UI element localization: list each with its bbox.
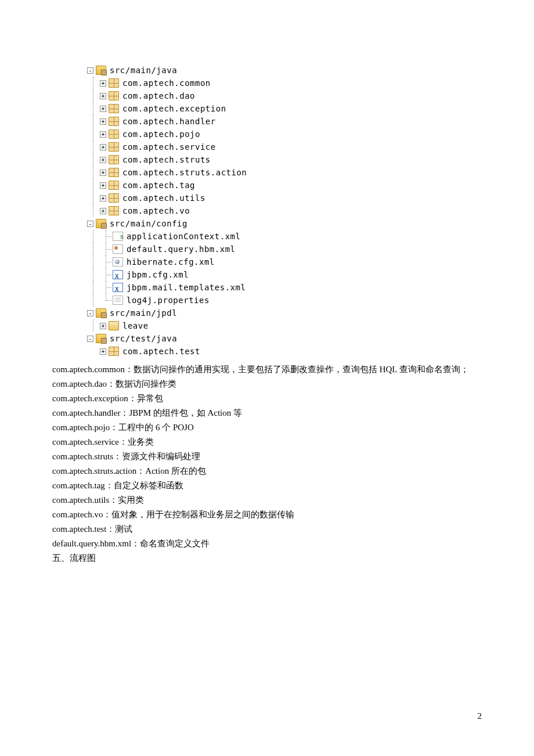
expand-icon[interactable]: + [100, 144, 106, 150]
tree-node-package[interactable]: +com.aptech.test [87, 345, 482, 358]
tree-node-file[interactable]: jbpm.cfg.xml [87, 268, 482, 281]
tree-label: src/main/java [110, 64, 177, 77]
package-icon [109, 347, 119, 356]
tree-node-package[interactable]: +com.aptech.pojo [87, 128, 482, 141]
expand-icon[interactable]: + [100, 195, 106, 201]
desc-line: com.aptech.struts.action：Action 所在的包 [52, 464, 482, 478]
tree-node-src-main-config[interactable]: - src/main/config [87, 217, 482, 230]
collapse-icon[interactable]: - [87, 67, 93, 74]
expand-icon[interactable]: + [100, 170, 106, 176]
tree-label: com.aptech.handler [122, 115, 216, 128]
package-icon [109, 104, 119, 113]
package-icon [109, 181, 119, 190]
tree-label: hibernate.cfg.xml [127, 255, 215, 268]
desc-line: com.aptech.vo：值对象，用于在控制器和业务层之间的数据传输 [52, 507, 482, 522]
tree-node-package[interactable]: +com.aptech.vo [87, 204, 482, 217]
tree-label: com.aptech.struts.action [122, 166, 247, 179]
source-folder-icon [96, 308, 106, 318]
expand-icon[interactable]: + [100, 93, 106, 99]
tree-label: com.aptech.service [122, 141, 216, 153]
tree-node-package[interactable]: +com.aptech.utils [87, 192, 482, 204]
tree-node-file[interactable]: jbpm.mail.templates.xml [87, 281, 482, 294]
collapse-icon[interactable]: - [87, 336, 93, 342]
package-icon [109, 78, 119, 88]
package-icon [109, 168, 119, 177]
hbm-xml-icon [113, 244, 123, 254]
tree-label: com.aptech.test [122, 345, 200, 358]
project-tree: - src/main/java +com.aptech.common +com.… [87, 64, 482, 358]
desc-line: com.aptech.common：数据访问操作的通用实现，主要包括了添删改查操… [52, 362, 482, 377]
tree-label: jbpm.cfg.xml [127, 268, 189, 281]
source-folder-icon [96, 219, 106, 228]
page-number: 2 [478, 711, 482, 721]
tree-node-package[interactable]: +com.aptech.common [87, 77, 482, 89]
source-folder-icon [96, 66, 106, 75]
collapse-icon[interactable]: - [87, 221, 93, 227]
desc-line: com.aptech.dao：数据访问操作类 [52, 377, 482, 391]
xml-file-icon [113, 283, 123, 292]
desc-line: com.aptech.exception：异常包 [52, 391, 482, 406]
tree-node-src-test-java[interactable]: - src/test/java [87, 332, 482, 345]
tree-node-package[interactable]: +com.aptech.service [87, 141, 482, 153]
section-heading: 五、流程图 [52, 551, 482, 566]
tree-label: default.query.hbm.xml [127, 243, 236, 255]
tree-node-package[interactable]: +com.aptech.tag [87, 179, 482, 192]
expand-icon[interactable]: + [100, 323, 106, 329]
desc-line: com.aptech.handler：JBPM 的组件包，如 Action 等 [52, 406, 482, 420]
expand-icon[interactable]: + [100, 348, 106, 355]
tree-node-src-main-java[interactable]: - src/main/java [87, 64, 482, 77]
tree-label: src/main/config [110, 217, 187, 230]
tree-label: log4j.properties [127, 294, 210, 307]
tree-node-file[interactable]: log4j.properties [87, 294, 482, 307]
package-icon [109, 117, 119, 126]
expand-icon[interactable]: + [100, 131, 106, 138]
tree-node-file[interactable]: applicationContext.xml [87, 230, 482, 243]
tree-label: com.aptech.common [122, 77, 211, 89]
tree-label: src/main/jpdl [110, 307, 177, 319]
tree-label: jbpm.mail.templates.xml [127, 281, 246, 294]
tree-label: applicationContext.xml [127, 230, 240, 243]
hibernate-cfg-icon [113, 257, 123, 267]
package-icon [109, 193, 119, 203]
tree-label: com.aptech.dao [122, 89, 195, 102]
tree-node-package[interactable]: +com.aptech.dao [87, 89, 482, 102]
description-block: com.aptech.common：数据访问操作的通用实现，主要包括了添删改查操… [52, 362, 482, 566]
expand-icon[interactable]: + [100, 157, 106, 163]
package-icon [109, 91, 119, 100]
spring-xml-icon [113, 232, 123, 241]
tree-node-package[interactable]: +com.aptech.struts.action [87, 166, 482, 179]
desc-line: com.aptech.utils：实用类 [52, 493, 482, 507]
desc-line: com.aptech.test：测试 [52, 522, 482, 537]
tree-node-file[interactable]: default.query.hbm.xml [87, 243, 482, 255]
tree-node-file[interactable]: hibernate.cfg.xml [87, 255, 482, 268]
collapse-icon[interactable]: - [87, 310, 93, 316]
tree-label: com.aptech.utils [122, 192, 205, 204]
tree-node-package[interactable]: +com.aptech.exception [87, 102, 482, 115]
expand-icon[interactable]: + [100, 106, 106, 112]
desc-line: com.aptech.tag：自定义标签和函数 [52, 478, 482, 493]
package-icon [109, 129, 119, 139]
desc-line: com.aptech.service：业务类 [52, 435, 482, 449]
tree-label: com.aptech.tag [122, 179, 195, 192]
tree-label: leave [122, 319, 149, 332]
tree-node-src-main-jpdl[interactable]: - src/main/jpdl [87, 307, 482, 319]
xml-file-icon [113, 270, 123, 279]
expand-icon[interactable]: + [100, 118, 106, 125]
source-folder-icon [96, 334, 106, 343]
tree-label: com.aptech.pojo [122, 128, 200, 141]
package-icon [109, 206, 119, 215]
tree-label: com.aptech.exception [122, 102, 226, 115]
desc-line: com.aptech.pojo：工程中的 6 个 POJO [52, 420, 482, 435]
expand-icon[interactable]: + [100, 80, 106, 87]
tree-label: src/test/java [110, 332, 177, 345]
expand-icon[interactable]: + [100, 182, 106, 189]
expand-icon[interactable]: + [100, 208, 106, 214]
tree-label: com.aptech.vo [122, 204, 190, 217]
tree-node-package[interactable]: +com.aptech.struts [87, 153, 482, 166]
properties-file-icon [113, 296, 123, 305]
tree-node-folder[interactable]: +leave [87, 319, 482, 332]
package-icon [109, 155, 119, 164]
tree-node-package[interactable]: +com.aptech.handler [87, 115, 482, 128]
desc-line: com.aptech.struts：资源文件和编码处理 [52, 449, 482, 464]
desc-line: default.query.hbm.xml：命名查询定义文件 [52, 537, 482, 551]
